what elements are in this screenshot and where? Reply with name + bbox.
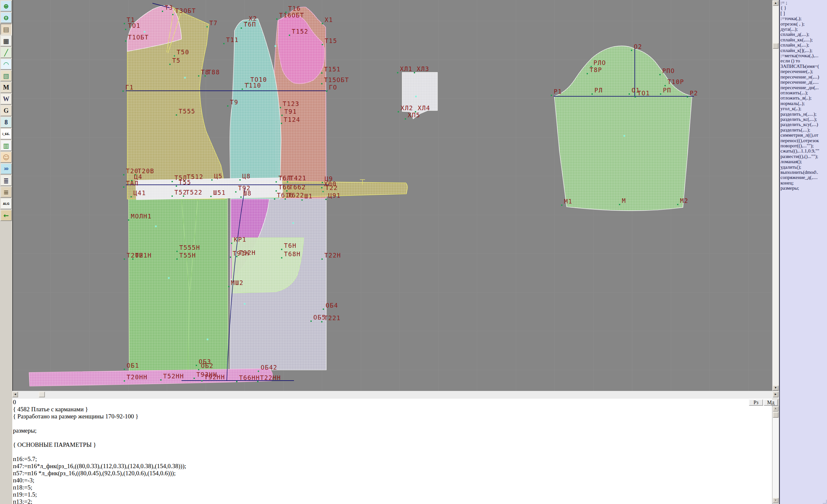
g-icon[interactable]: G [0,105,12,116]
command-item[interactable]: сжать((),..1.1,0.9,"" [780,148,827,153]
command-item[interactable]: разделить_н(,....); [780,111,827,117]
md-button[interactable]: Мд [764,399,778,406]
command-item[interactable]: { } [780,5,827,10]
table-icon[interactable]: ▥ [0,140,12,151]
point-marker [665,85,666,86]
point-label: ХЛ2 [401,104,413,111]
command-item[interactable]: отложить_в(,.); [780,95,827,100]
code-editor[interactable]: 0{ 4582 Платье с карманами }{ Разработан… [0,399,772,504]
photo-icon[interactable]: ☺ [0,152,12,163]
m-icon[interactable]: M [0,82,12,93]
code-line: п16:=5.7; [0,456,772,463]
left-toolbar: ⊕⊖▤▦╱◠▧MWG8i_66.▥☺3D≣≡ALG← [0,0,12,504]
command-item[interactable]: удалить(); [780,164,827,169]
point-marker [124,380,125,382]
pattern-canvas[interactable]: Т3Т3ОБТТ1ТО1Т1ОБТТ7Х2Т6ПТ16Т16ОБТХ1Т11Т1… [12,0,772,391]
canvas-vscroll-thumb[interactable] [773,43,779,49]
point-label: Т5 [172,57,181,64]
zoom-out-icon[interactable]: ⊖ [0,12,12,23]
command-item[interactable]: :=метка(точка(,),... [780,53,827,58]
point-label: Т662 [289,184,306,191]
command-item[interactable]: :=точка(,); [780,16,827,21]
point-marker [169,64,171,65]
command-item[interactable]: выполнить(dmod\. [780,169,827,175]
point-label: Т124 [284,116,300,123]
command-item[interactable]: [ ] [780,11,827,16]
grid-icon[interactable]: ▦ [0,35,12,47]
point-label: МОЛН1 [131,213,152,220]
command-item[interactable]: дуга(,..); [780,27,827,32]
canvas-hscroll-thumb[interactable] [39,392,45,397]
point-label: Т91 [284,108,297,115]
command-item[interactable]: пересечение_н(,...) [780,74,827,80]
command-item[interactable]: ЗАПИСАТЬ(имя=( [780,64,827,69]
command-item[interactable]: конец; [780,180,827,186]
command-item[interactable]: отрезок( , ); [780,21,827,27]
command-item[interactable]: отложить(,..); [780,90,827,95]
command-item[interactable]: разделить_кс(,...); [780,117,827,122]
editor-scroll-up-button[interactable]: ˄ [773,406,779,412]
segment-icon[interactable]: ╱ [0,47,12,58]
command-item[interactable]: сплайн_кк(,....); [780,37,827,42]
curve-icon[interactable]: ◠ [0,58,12,70]
command-item[interactable]: сплайн_к(,...); [780,42,827,48]
point-marker [123,187,125,188]
text-lines-icon[interactable]: ≣ [0,175,12,186]
canvas-horizontal-scrollbar[interactable]: ◄ ► [0,391,779,399]
code-line: п19:=1.5; [0,491,772,498]
command-item[interactable]: если () то [780,58,827,63]
scroll-left-button[interactable]: ◄ [12,392,18,397]
alg-label[interactable]: ALG [0,198,12,209]
point-marker [125,29,126,30]
books-icon[interactable]: ≡ [0,187,12,198]
command-item[interactable]: перенос((),отрезок [780,138,827,143]
point-label: РЛО [593,59,606,66]
point-label: Т1ОБТ [128,34,149,41]
scroll-down-button[interactable]: ▼ [773,386,779,391]
point-label: Т221 [324,314,341,321]
command-item[interactable]: пересечение_дн(,.. [780,85,827,90]
command-item[interactable]: разделить(,...); [780,127,827,133]
3d-icon[interactable]: 3D [0,163,12,174]
command-item[interactable]: развести((),()...""); [780,154,827,159]
command-item[interactable]: ломаная(); [780,159,827,164]
command-item[interactable]: сплайн_д(,...); [780,32,827,37]
piece-skirt_green[interactable] [129,198,228,371]
point-marker [236,256,237,257]
canvas-vertical-scrollbar[interactable]: ▲ ▼ [772,0,779,391]
resize-grip[interactable] [823,500,827,504]
pattern-card-icon[interactable]: ▧ [0,70,12,82]
code-line [0,434,772,441]
command-item[interactable]: поворот((),...""); [780,143,827,148]
code-line: п47:=п16*л_фнк(рз_16,((80,0.33),(112,0.3… [0,463,772,470]
measure-icon[interactable]: 8 [0,117,12,128]
exit-icon[interactable]: ← [0,210,12,221]
i66-label[interactable]: i_66. [0,128,12,140]
documents-icon[interactable]: ▤ [0,23,12,35]
editor-vscroll-thumb[interactable] [773,412,779,418]
command-item[interactable]: разделить_ксу(,...) [780,122,827,127]
zoom-in-icon[interactable]: ⊕ [0,0,12,12]
point-marker [172,14,174,15]
pattern-drawing[interactable]: Т3Т3ОБТТ1ТО1Т1ОБТТ7Х2Т6ПТ16Т16ОБТХ1Т11Т1… [13,0,773,391]
command-item[interactable]: угол_к(,.); [780,106,827,111]
point-marker [177,251,178,252]
editor-vertical-scrollbar[interactable]: ˄ ˅ [772,406,779,504]
point-label: Т7 [209,19,218,27]
command-item[interactable]: нормаль(,.); [780,101,827,106]
drafting-icon[interactable]: W [0,93,12,105]
command-item[interactable]: сопряжение_д(,.... [780,175,827,180]
point-label: Ш1 [304,193,313,200]
rz-button[interactable]: Рз [749,399,763,406]
command-item[interactable]: := ; [780,0,827,5]
command-item[interactable]: симметрия_л((),от [780,133,827,138]
scroll-up-button[interactable]: ▲ [773,1,779,6]
piece-waist_white[interactable] [136,178,283,200]
command-item[interactable]: пересечение(,.); [780,69,827,74]
command-item[interactable]: размеры; [780,186,827,191]
editor-scroll-down-button[interactable]: ˅ [773,498,779,503]
command-item[interactable]: пересечение_д(,.... [780,80,827,85]
scroll-right-button[interactable]: ► [773,392,779,397]
point-label: Т88 [207,68,220,75]
command-item[interactable]: сплайн_к[](,...); [780,48,827,53]
